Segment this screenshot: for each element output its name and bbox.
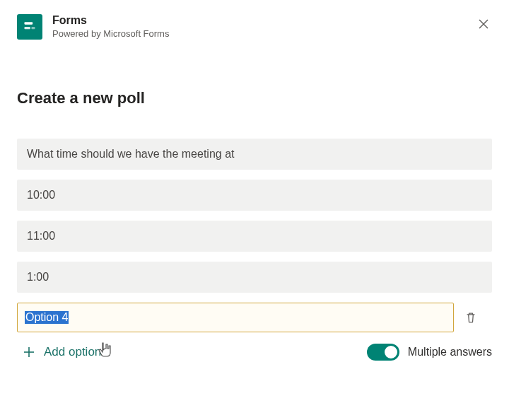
multiple-answers-label: Multiple answers (408, 346, 492, 358)
add-option-label: Add option (44, 345, 101, 359)
svg-rect-0 (25, 22, 33, 24)
delete-option-button[interactable] (464, 310, 478, 325)
svg-rect-2 (32, 27, 35, 29)
close-icon (478, 18, 489, 30)
svg-rect-1 (25, 27, 30, 29)
option-input-4[interactable]: Option 4 (17, 303, 454, 332)
forms-app-icon (17, 14, 42, 40)
multiple-answers-toggle[interactable] (367, 344, 399, 361)
option-input-1[interactable]: 10:00 (17, 180, 492, 211)
plus-icon (23, 346, 35, 358)
app-title: Forms (52, 14, 169, 27)
page-title: Create a new poll (17, 89, 492, 107)
option-text-selected: Option 4 (25, 311, 69, 324)
option-input-2[interactable]: 11:00 (17, 221, 492, 252)
app-subtitle: Powered by Microsoft Forms (52, 28, 169, 39)
add-option-button[interactable]: Add option (17, 345, 101, 359)
close-button[interactable] (475, 16, 492, 33)
question-input[interactable]: What time should we have the meeting at (17, 139, 492, 170)
toggle-knob (385, 346, 397, 358)
option-input-3[interactable]: 1:00 (17, 262, 492, 293)
trash-icon (464, 310, 478, 325)
poll-form: What time should we have the meeting at … (17, 139, 492, 361)
